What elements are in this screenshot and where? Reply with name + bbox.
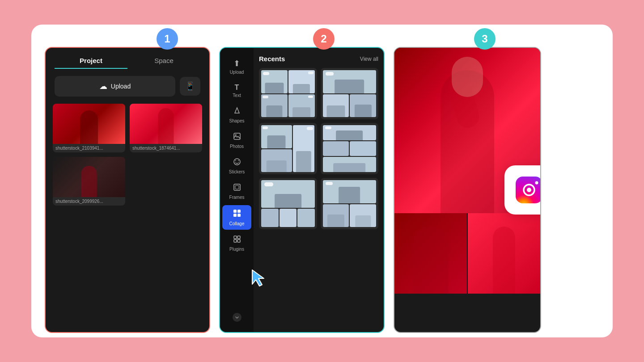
collage-thumb-5[interactable] xyxy=(259,178,317,229)
svg-rect-9 xyxy=(234,236,237,239)
view-all-link[interactable]: View all xyxy=(360,56,378,62)
sidebar-item-stickers[interactable]: Stickers xyxy=(222,154,251,178)
svg-rect-11 xyxy=(234,240,237,242)
device-icon: 📱 xyxy=(185,82,195,91)
collage-thumb-6[interactable] xyxy=(321,178,379,229)
result-bottom-row xyxy=(394,213,540,294)
svg-rect-6 xyxy=(237,210,241,213)
tab-project[interactable]: Project xyxy=(55,57,127,69)
sidebar-item-text[interactable]: T Text xyxy=(222,80,251,101)
plugins-icon xyxy=(233,235,241,245)
svg-rect-3 xyxy=(234,184,240,190)
photos-icon xyxy=(233,132,241,143)
panel-result xyxy=(394,47,541,333)
svg-point-13 xyxy=(233,313,242,322)
sidebar-label-shapes: Shapes xyxy=(229,118,245,123)
image-item-2[interactable]: shutterstock_1874641... xyxy=(130,104,202,152)
panel-project: Project Space ☁ Upload 📱 shutterstock_21… xyxy=(45,47,210,333)
sidebar-item-frames[interactable]: Frames xyxy=(222,180,251,203)
collage-main: Recents View all xyxy=(254,48,384,332)
device-button[interactable]: 📱 xyxy=(180,77,200,96)
svg-rect-5 xyxy=(233,210,237,213)
sidebar-item-photos[interactable]: Photos xyxy=(222,129,251,152)
collage-thumb-2[interactable] xyxy=(321,68,379,119)
sidebar-label-stickers: Stickers xyxy=(229,169,245,174)
frames-icon xyxy=(233,183,241,194)
svg-rect-12 xyxy=(237,240,240,242)
image-grid: shutterstock_2103941... shutterstock_187… xyxy=(46,104,209,206)
collage-thumb-1[interactable] xyxy=(259,68,317,119)
step-badge-2: 2 xyxy=(313,28,335,50)
sidebar-label-plugins: Plugins xyxy=(229,247,244,252)
instagram-badge xyxy=(504,165,541,215)
svg-point-17 xyxy=(527,188,531,192)
sidebar-label-collage: Collage xyxy=(229,221,245,226)
panel-collage: ⬆ Upload T Text Shapes xyxy=(219,47,385,333)
sidebar-item-shapes[interactable]: Shapes xyxy=(222,103,251,127)
sidebar-chevron[interactable] xyxy=(232,312,242,325)
image-label-2: shutterstock_1874641... xyxy=(130,144,202,152)
image-label-1: shutterstock_2103941... xyxy=(53,144,125,152)
svg-rect-7 xyxy=(233,214,237,217)
svg-rect-8 xyxy=(237,214,241,217)
sidebar: ⬆ Upload T Text Shapes xyxy=(220,48,254,332)
collage-icon xyxy=(233,209,242,220)
svg-rect-10 xyxy=(237,236,240,239)
svg-point-18 xyxy=(535,181,538,185)
sidebar-item-upload[interactable]: ⬆ Upload xyxy=(222,55,251,78)
upload-label: Upload xyxy=(111,83,131,90)
recents-title: Recents xyxy=(259,55,285,63)
stickers-icon xyxy=(233,158,241,168)
upload-row: ☁ Upload 📱 xyxy=(46,69,209,104)
step-badge-3: 3 xyxy=(474,28,496,50)
sidebar-label-text: Text xyxy=(233,93,241,98)
instagram-icon xyxy=(513,174,541,206)
sidebar-label-photos: Photos xyxy=(230,144,244,149)
text-icon: T xyxy=(235,84,239,92)
step-badge-1: 1 xyxy=(157,28,178,50)
panel1-tabs: Project Space xyxy=(46,48,209,69)
collage-thumb-4[interactable] xyxy=(321,123,379,174)
collage-grid xyxy=(259,68,378,229)
upload-button[interactable]: ☁ Upload xyxy=(55,76,175,97)
tab-space[interactable]: Space xyxy=(127,57,200,69)
upload-icon: ⬆ xyxy=(233,59,240,68)
svg-point-2 xyxy=(234,159,240,165)
recents-header: Recents View all xyxy=(259,55,378,63)
collage-thumb-3[interactable] xyxy=(259,123,317,174)
svg-rect-4 xyxy=(235,185,239,189)
sidebar-item-plugins[interactable]: Plugins xyxy=(222,232,251,255)
image-item-3[interactable]: shutterstock_2099926... xyxy=(53,157,125,206)
result-bottom-left xyxy=(394,213,467,294)
sidebar-label-upload: Upload xyxy=(230,70,244,75)
result-bottom-right xyxy=(468,213,540,294)
sidebar-item-collage[interactable]: Collage xyxy=(222,205,251,230)
image-item-1[interactable]: shutterstock_2103941... xyxy=(53,104,125,152)
shapes-icon xyxy=(233,107,241,117)
upload-icon: ☁ xyxy=(99,81,107,91)
main-container: 1 2 3 Project Space ☁ Upload 📱 xyxy=(31,25,613,337)
sidebar-label-frames: Frames xyxy=(229,195,245,200)
image-label-3: shutterstock_2099926... xyxy=(53,197,125,206)
